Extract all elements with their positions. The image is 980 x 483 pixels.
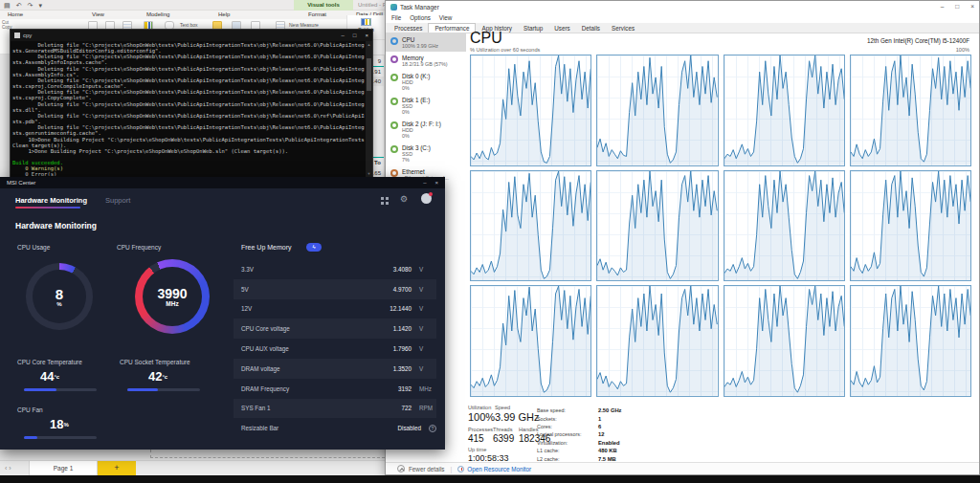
close-button[interactable]: × <box>434 177 438 188</box>
sidebar-item-disk-3-c[interactable]: Disk 3 (C:)SSD7% <box>386 142 466 165</box>
cpu-core-temp-value: 44°c <box>40 370 59 384</box>
page-tab[interactable]: Page 1 <box>29 461 98 476</box>
fewer-details-button[interactable]: Fewer details <box>409 466 444 472</box>
sidebar-item-text: Disk 3 (C:)SSD7% <box>402 144 431 163</box>
sidebar-item-title: Disk 1 (E:) <box>402 97 430 103</box>
mini-graph-icon <box>390 169 398 177</box>
boost-badge-icon[interactable]: ϟ <box>306 243 322 252</box>
gear-icon[interactable]: ⚙ <box>400 193 408 205</box>
ribbon-tab-view[interactable]: View <box>92 11 104 19</box>
sidebar-item-cpu[interactable]: CPU100% 3.99 GHz <box>386 33 466 52</box>
undo-icon[interactable]: ↶ <box>16 0 22 11</box>
avatar[interactable] <box>421 193 432 204</box>
sensor-row-dram-frequency: DRAM Frequency3192MHz <box>234 379 436 399</box>
cpu-fan-bar <box>24 436 97 439</box>
spec-row-base-speed: Base speed:2.50 GHz <box>537 406 652 414</box>
cpu-model-name: 12th Gen Intel(R) Core(TM) i5-12400F <box>867 37 969 44</box>
help-icon[interactable]: ? <box>429 425 436 432</box>
page-nav-arrows[interactable]: ‹ › <box>5 461 11 476</box>
sidebar-item-sub: 0% <box>402 133 441 139</box>
scroll-up-icon[interactable]: ▲ <box>366 42 372 47</box>
redo-icon[interactable]: ↷ <box>28 0 33 11</box>
cpu-core-graph-7 <box>850 170 971 282</box>
sidebar-item-text: CPU100% 3.99 GHz <box>402 36 438 49</box>
tab-performance[interactable]: Performance <box>428 23 476 33</box>
resource-monitor-icon <box>457 466 464 472</box>
console-line: Deleting file "C:\projects\eShopOnWeb\te… <box>12 66 365 72</box>
cpu-core-graph-10 <box>724 285 845 397</box>
sidebar-item-title: CPU <box>402 36 438 43</box>
sensor-value: 1.1420 <box>393 325 412 332</box>
cpu-core-graph-4 <box>470 170 591 282</box>
sidebar-item-title: Disk 0 (K:) <box>402 73 430 79</box>
sensor-unit: V <box>412 286 436 293</box>
sidebar-item-memory[interactable]: Memory18.2/31.9 GB (57%) <box>386 52 466 70</box>
tab-details[interactable]: Details <box>576 23 606 33</box>
menu-file[interactable]: File <box>391 14 401 21</box>
spec-label: Cores: <box>537 424 598 429</box>
close-button[interactable]: × <box>365 30 368 41</box>
spec-row-l1-cache: L1 cache:480 KB <box>537 447 652 454</box>
powerbi-titlebar: ▤ ↶ ↷ ▾ Visual tools Untitled - Power BI… <box>0 0 403 11</box>
console-icon <box>14 33 20 38</box>
sidebar-item-disk-0-k[interactable]: Disk 0 (K:)HDD0% <box>386 70 466 94</box>
sidebar-item-sub: 7% <box>402 157 431 163</box>
console-scrollbar[interactable]: ▲ ▼ <box>366 41 372 177</box>
sensor-value: 4.9700 <box>393 286 412 293</box>
sidebar-item-text: Disk 2 (J: F: I:)HDD0% <box>402 121 441 139</box>
tab-startup[interactable]: Startup <box>518 23 548 33</box>
cpu-socket-temp-label: CPU Socket Temperature <box>120 359 190 365</box>
scroll-down-icon[interactable]: ▼ <box>366 171 372 176</box>
ribbon-tab-help[interactable]: Help <box>218 11 230 19</box>
cpu-socket-temp-bar <box>127 388 200 391</box>
sensor-unit: V <box>412 325 436 332</box>
sidebar-item-disk-2-j-f-i[interactable]: Disk 2 (J: F: I:)HDD0% <box>386 118 466 142</box>
close-button[interactable]: × <box>970 1 974 12</box>
tab-services[interactable]: Services <box>606 23 640 33</box>
new-measure-button[interactable]: New Measure <box>289 22 319 28</box>
add-page-button[interactable]: + <box>98 461 136 476</box>
open-resource-monitor-link[interactable]: Open Resource Monitor <box>467 466 531 472</box>
sensor-value: Disabled <box>397 425 421 431</box>
minimize-button[interactable]: – <box>342 30 345 41</box>
tab-support[interactable]: Support <box>105 196 130 205</box>
maximize-button[interactable]: □ <box>955 1 959 12</box>
sensor-unit: V <box>412 305 436 312</box>
spec-value: Enabled <box>598 440 620 446</box>
menu-options[interactable]: Options <box>410 14 431 21</box>
tab-hardware-monitoring[interactable]: Hardware Monitoring <box>15 196 87 205</box>
powerbi-ribbon-tabs: HomeViewModelingHelpFormatData / Drill <box>0 11 403 19</box>
caret-down-icon[interactable]: ▾ <box>38 0 42 11</box>
ribbon-tab-format[interactable]: Format <box>308 11 326 19</box>
utilization-axis-max: 100% <box>956 47 969 53</box>
windows-taskbar[interactable] <box>0 475 980 483</box>
spec-value: 1 <box>598 416 601 422</box>
page-title: Hardware Monitoring <box>15 221 97 231</box>
sensor-label: DRAM Frequency <box>241 385 398 392</box>
sensor-value: 1.3520 <box>393 365 412 372</box>
ribbon-tab-modeling[interactable]: Modeling <box>146 11 169 19</box>
spec-value: 480 KB <box>598 448 617 453</box>
separator: | <box>450 466 452 472</box>
cpu-core-graph-3 <box>850 55 971 166</box>
sidebar-item-sub: 0% <box>402 109 430 115</box>
spec-row-sockets: Sockets:1 <box>537 414 652 422</box>
fewer-details-icon[interactable] <box>397 465 405 472</box>
sidebar-item-disk-1-e[interactable]: Disk 1 (E:)SSD0% <box>386 94 466 118</box>
minimize-button[interactable]: – <box>423 177 426 188</box>
minimize-button[interactable]: – <box>941 1 945 12</box>
ribbon-tab-home[interactable]: Home <box>8 11 23 19</box>
scrollbar-thumb[interactable] <box>367 58 371 91</box>
apps-grid-icon[interactable] <box>381 197 384 200</box>
cpu-core-graph-9 <box>596 285 718 397</box>
tab-users[interactable]: Users <box>548 23 575 33</box>
spec-label: L2 cache: <box>537 456 598 462</box>
save-icon[interactable]: ▤ <box>4 0 11 11</box>
sensor-label: DRAM voltage <box>241 365 393 372</box>
tab-processes[interactable]: Processes <box>389 23 428 33</box>
sensor-row-cpu-aux-voltage: CPU AUX voltage1.7960V <box>234 339 436 359</box>
menu-view[interactable]: View <box>439 14 453 21</box>
sensor-label: SYS Fan 1 <box>241 405 401 411</box>
textbox-button[interactable]: Text box <box>180 22 198 28</box>
maximize-button[interactable]: □ <box>353 30 357 41</box>
